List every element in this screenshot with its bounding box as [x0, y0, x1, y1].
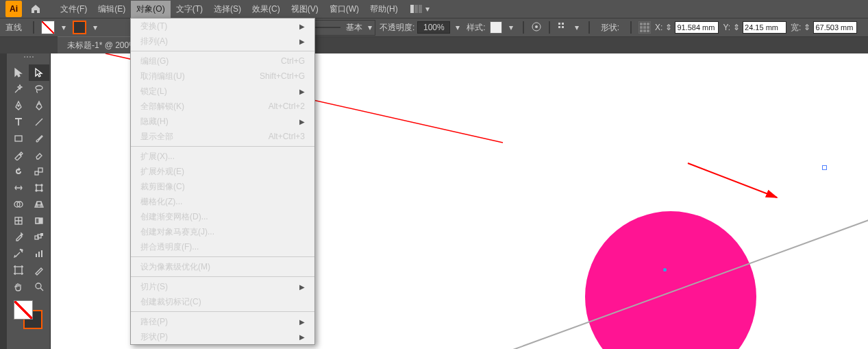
symbol-sprayer-tool[interactable] — [8, 245, 29, 262]
svg-rect-2 — [419, 5, 422, 13]
svg-rect-12 — [15, 136, 22, 141]
menu-expand-appearance[interactable]: 扩展外观(E) — [131, 164, 314, 179]
svg-point-11 — [18, 105, 19, 106]
menu-shape[interactable]: 形状(P)▶ — [131, 329, 314, 344]
menu-transform[interactable]: 变换(T)▶ — [131, 19, 314, 34]
free-transform-tool[interactable] — [29, 180, 49, 196]
menu-crop-image[interactable]: 裁剪图像(C) — [131, 179, 314, 194]
svg-rect-8 — [562, 23, 564, 25]
column-graph-tool[interactable] — [29, 245, 49, 262]
align-icon[interactable] — [557, 21, 568, 34]
fill-swatch[interactable] — [41, 21, 55, 34]
blend-tool[interactable] — [29, 229, 49, 245]
menu-window[interactable]: 窗口(W) — [324, 1, 364, 18]
stroke-swatch[interactable] — [73, 21, 86, 34]
menu-file[interactable]: 文件(F) — [55, 1, 92, 18]
eyedropper-tool[interactable] — [8, 229, 29, 245]
fill-stroke-swatches[interactable] — [14, 300, 44, 330]
recolor-icon[interactable] — [531, 21, 542, 34]
y-input[interactable] — [743, 21, 786, 34]
grip-icon[interactable] — [15, 56, 42, 62]
menu-slice[interactable]: 切片(S)▶ — [131, 279, 314, 294]
menu-object[interactable]: 对象(O) — [131, 1, 170, 18]
selection-tool[interactable] — [8, 64, 29, 81]
shaper-tool[interactable] — [8, 147, 29, 163]
menu-show-all[interactable]: 显示全部Alt+Ctrl+3 — [131, 129, 314, 144]
chevron-down-icon[interactable]: ▾ — [90, 23, 100, 32]
menu-unlock-all[interactable]: 全部解锁(K)Alt+Ctrl+2 — [131, 99, 314, 114]
x-input[interactable] — [675, 21, 719, 34]
eraser-tool[interactable] — [29, 147, 49, 163]
menu-effect[interactable]: 效果(C) — [247, 1, 286, 18]
perspective-grid-tool[interactable] — [29, 196, 49, 213]
top-menu-bar: Ai 文件(F) 编辑(E) 对象(O) 文字(T) 选择(S) 效果(C) 视… — [0, 0, 868, 18]
menu-text[interactable]: 文字(T) — [171, 1, 208, 18]
layout-switcher-icon[interactable]: ▾ — [410, 4, 430, 14]
svg-point-29 — [20, 249, 21, 250]
curvature-tool[interactable] — [29, 97, 49, 114]
menu-arrange[interactable]: 排列(A)▶ — [131, 34, 314, 49]
chevron-down-icon[interactable]: ▾ — [506, 23, 516, 32]
menu-rasterize[interactable]: 栅格化(Z)... — [131, 194, 314, 209]
svg-rect-27 — [40, 233, 43, 236]
menu-crop-marks[interactable]: 创建裁切标记(C) — [131, 294, 314, 309]
svg-point-5 — [535, 25, 538, 28]
menu-mosaic[interactable]: 创建对象马赛克(J)... — [131, 224, 314, 239]
width-tool[interactable] — [8, 180, 29, 196]
rotate-tool[interactable] — [8, 163, 29, 180]
style-label: 样式: — [467, 22, 485, 34]
menu-gradient-mesh[interactable]: 创建渐变网格(D)... — [131, 209, 314, 224]
scale-tool[interactable] — [29, 163, 49, 180]
opacity-input[interactable] — [417, 21, 450, 34]
width-input[interactable] — [813, 21, 857, 34]
magic-wand-tool[interactable] — [8, 81, 29, 97]
svg-rect-0 — [410, 5, 414, 13]
stepper-icon[interactable]: ⇕ — [802, 21, 812, 34]
svg-rect-32 — [41, 250, 42, 257]
menu-flatten[interactable]: 拼合透明度(F)... — [131, 239, 314, 254]
reference-point-grid[interactable] — [638, 21, 651, 34]
menu-edit[interactable]: 编辑(E) — [92, 1, 131, 18]
chevron-down-icon[interactable]: ▾ — [572, 23, 582, 32]
chevron-down-icon[interactable]: ▾ — [59, 23, 69, 32]
menu-view[interactable]: 视图(V) — [286, 1, 324, 18]
fill-color-swatch[interactable] — [14, 300, 33, 320]
home-icon[interactable] — [29, 2, 42, 16]
paintbrush-tool[interactable] — [29, 130, 49, 147]
menu-pixel-perfect[interactable]: 设为像素级优化(M) — [131, 259, 314, 274]
style-swatch[interactable] — [490, 21, 502, 34]
menu-ungroup[interactable]: 取消编组(U)Shift+Ctrl+G — [131, 69, 314, 84]
stroke-style-dropdown[interactable]: 基本 ▾ — [307, 20, 375, 36]
stepper-icon[interactable]: ⇕ — [664, 21, 673, 34]
shape-builder-tool[interactable] — [8, 196, 29, 213]
chevron-down-icon[interactable]: ▾ — [453, 23, 462, 32]
menu-lock[interactable]: 锁定(L)▶ — [131, 84, 314, 99]
type-tool[interactable] — [8, 114, 29, 130]
menu-expand[interactable]: 扩展(X)... — [131, 149, 314, 164]
slice-tool[interactable] — [29, 262, 49, 278]
svg-rect-6 — [558, 23, 560, 25]
svg-point-18 — [36, 190, 37, 191]
menu-path[interactable]: 路径(P)▶ — [131, 314, 314, 329]
chevron-right-icon: ▶ — [299, 283, 305, 291]
y-label: Y: — [723, 23, 730, 32]
shape-label: 形状: — [597, 22, 623, 34]
artboard-tool[interactable] — [8, 262, 29, 278]
hand-tool[interactable] — [8, 278, 29, 295]
menu-hide[interactable]: 隐藏(H)▶ — [131, 114, 314, 129]
panel-strip[interactable] — [0, 53, 7, 349]
pen-tool[interactable] — [8, 97, 29, 114]
menu-help[interactable]: 帮助(H) — [364, 1, 404, 18]
menu-group[interactable]: 编组(G)Ctrl+G — [131, 53, 314, 69]
line-tool[interactable] — [29, 114, 49, 130]
lasso-tool[interactable] — [29, 81, 49, 97]
stepper-icon[interactable]: ⇕ — [732, 21, 741, 34]
zoom-tool[interactable] — [29, 278, 49, 295]
mesh-tool[interactable] — [8, 213, 29, 229]
rectangle-tool[interactable] — [8, 130, 29, 147]
gradient-tool[interactable] — [29, 213, 49, 229]
svg-rect-1 — [414, 5, 418, 13]
chevron-right-icon: ▶ — [299, 333, 305, 341]
menu-select[interactable]: 选择(S) — [208, 1, 247, 18]
direct-selection-tool[interactable] — [29, 64, 49, 81]
